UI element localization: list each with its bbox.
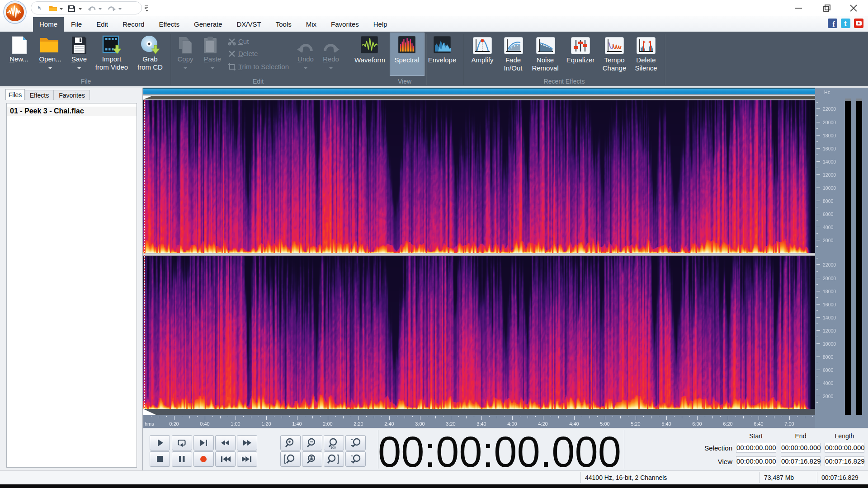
svg-text:100: 100 [330,446,336,449]
svg-text:f: f [832,20,835,28]
svg-text:t: t [844,20,847,28]
